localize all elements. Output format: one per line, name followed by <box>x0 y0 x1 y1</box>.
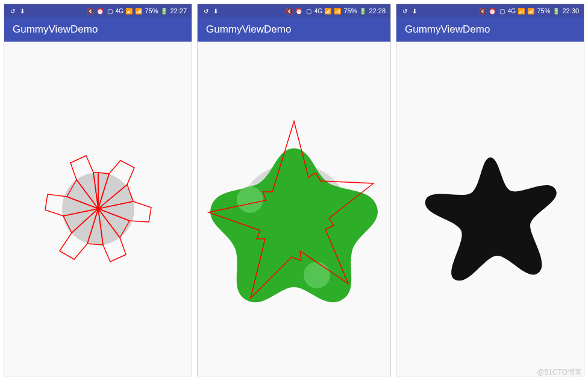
app-bar: GummyViewDemo <box>396 17 584 42</box>
signal-icon: 📶 <box>518 7 525 14</box>
signal-icon: 📶 <box>125 7 133 14</box>
mute-icon: 🔇 <box>479 7 486 14</box>
radial-wedges <box>45 156 151 262</box>
starfish-shape <box>425 157 556 280</box>
alarm-icon: ⏰ <box>295 7 302 14</box>
status-bar: ↺ ⬇ 🔇 ⏰ ▢ 4G 📶 📶 75% 🔋 22:28 <box>198 4 390 17</box>
battery-pct: 75% <box>145 7 158 14</box>
app-bar: GummyViewDemo <box>4 17 192 42</box>
battery-icon: 🔋 <box>552 7 560 14</box>
signal2-icon: 📶 <box>135 7 142 14</box>
alarm-icon: ⏰ <box>96 7 104 14</box>
battery-icon: 🔋 <box>160 7 167 14</box>
app-title: GummyViewDemo <box>13 24 98 36</box>
screenshot-panel-3: ↺ ⬇ 🔇 ⏰ ▢ 4G 📶 📶 75% 🔋 22:30 GummyViewDe… <box>396 4 584 376</box>
network-icon: 4G <box>116 7 123 14</box>
green-light-2 <box>304 262 330 288</box>
battery-icon: 🔋 <box>359 7 366 14</box>
gummy-view-radial <box>20 130 177 287</box>
signal2-icon: 📶 <box>527 7 534 14</box>
status-right: 🔇 ⏰ ▢ 4G 📶 📶 75% 🔋 22:28 <box>286 7 386 14</box>
status-right: 🔇 ⏰ ▢ 4G 📶 📶 75% 🔋 22:27 <box>87 7 187 14</box>
app-title: GummyViewDemo <box>405 24 490 36</box>
status-time: 22:27 <box>170 7 187 14</box>
status-left: ↺ ⬇ <box>9 7 26 14</box>
green-blob <box>210 148 378 302</box>
status-bar: ↺ ⬇ 🔇 ⏰ ▢ 4G 📶 📶 75% 🔋 22:30 <box>396 4 584 17</box>
app-icon: ▢ <box>498 7 505 14</box>
status-time: 22:30 <box>562 7 579 14</box>
status-right: 🔇 ⏰ ▢ 4G 📶 📶 75% 🔋 22:30 <box>479 7 579 14</box>
gummy-view-starfish <box>412 130 569 287</box>
content-area-1 <box>4 42 192 376</box>
green-light-1 <box>237 186 263 213</box>
app-icon: ▢ <box>106 7 113 14</box>
status-left: ↺ ⬇ <box>401 7 418 14</box>
app-bar: GummyViewDemo <box>198 17 390 42</box>
screenshot-panel-1: ↺ ⬇ 🔇 ⏰ ▢ 4G 📶 📶 75% 🔋 22:27 GummyViewDe… <box>4 4 192 376</box>
network-icon: 4G <box>314 7 322 14</box>
signal-icon: 📶 <box>324 7 331 14</box>
sync-icon: ↺ <box>202 7 210 14</box>
sync-icon: ↺ <box>9 7 16 14</box>
status-left: ↺ ⬇ <box>202 7 219 14</box>
status-time: 22:28 <box>369 7 386 14</box>
network-icon: 4G <box>508 7 515 14</box>
screenshot-panel-2: ↺ ⬇ 🔇 ⏰ ▢ 4G 📶 📶 75% 🔋 22:28 GummyViewDe… <box>197 4 391 376</box>
app-title: GummyViewDemo <box>206 24 291 36</box>
download-icon: ⬇ <box>212 7 219 14</box>
gummy-view-flower <box>198 88 390 329</box>
download-icon: ⬇ <box>19 7 26 14</box>
battery-pct: 75% <box>343 7 357 14</box>
battery-pct: 75% <box>537 7 550 14</box>
signal2-icon: 📶 <box>334 7 341 14</box>
sync-icon: ↺ <box>401 7 408 14</box>
app-icon: ▢ <box>305 7 312 14</box>
content-area-3 <box>396 42 584 376</box>
status-bar: ↺ ⬇ 🔇 ⏰ ▢ 4G 📶 📶 75% 🔋 22:27 <box>4 4 192 17</box>
watermark: @51CTO博客 <box>537 367 582 378</box>
mute-icon: 🔇 <box>87 7 94 14</box>
download-icon: ⬇ <box>411 7 418 14</box>
content-area-2 <box>198 42 390 376</box>
mute-icon: 🔇 <box>286 7 293 14</box>
alarm-icon: ⏰ <box>489 7 496 14</box>
